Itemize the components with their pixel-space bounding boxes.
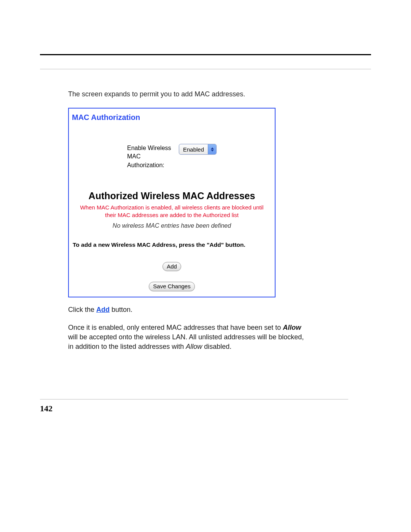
intro-text: The screen expands to permit you to add … bbox=[68, 90, 371, 98]
para-seg-3: disabled. bbox=[202, 343, 231, 350]
add-link[interactable]: Add bbox=[96, 306, 110, 313]
allow-emphasis-2: Allow bbox=[186, 343, 202, 350]
click-suffix: button. bbox=[110, 306, 132, 313]
authorized-section-title: Authorized Wireless MAC Addresses bbox=[72, 190, 272, 201]
no-entries-message: No wireless MAC entries have been define… bbox=[69, 222, 275, 229]
allow-emphasis-1: Allow bbox=[283, 324, 301, 331]
select-stepper-icon bbox=[208, 144, 216, 154]
mac-authorization-panel: MAC Authorization Enable Wireless MAC Au… bbox=[68, 108, 276, 297]
footer-rule bbox=[40, 399, 348, 399]
add-instruction: To add a new Wireless MAC Address, press… bbox=[69, 241, 275, 248]
authorization-warning: When MAC Authorization is enabled, all w… bbox=[76, 204, 267, 219]
para-seg-1: Once it is enabled, only entered MAC add… bbox=[68, 324, 283, 331]
click-prefix: Click the bbox=[68, 306, 96, 313]
top-thin-rule bbox=[40, 69, 371, 69]
page-number: 142 bbox=[40, 404, 53, 414]
explanation-paragraph: Once it is enabled, only entered MAC add… bbox=[68, 323, 308, 352]
save-changes-button[interactable]: Save Changes bbox=[149, 282, 194, 291]
panel-title: MAC Authorization bbox=[69, 109, 275, 125]
enable-label: Enable Wireless MAC Authorization: bbox=[127, 144, 173, 169]
top-thick-rule bbox=[40, 54, 371, 55]
enable-select[interactable]: Enabled bbox=[179, 144, 217, 155]
click-add-line: Click the Add button. bbox=[68, 306, 308, 314]
enable-select-value: Enabled bbox=[179, 146, 208, 153]
enable-row: Enable Wireless MAC Authorization: Enabl… bbox=[69, 144, 275, 169]
add-button[interactable]: Add bbox=[162, 262, 181, 272]
